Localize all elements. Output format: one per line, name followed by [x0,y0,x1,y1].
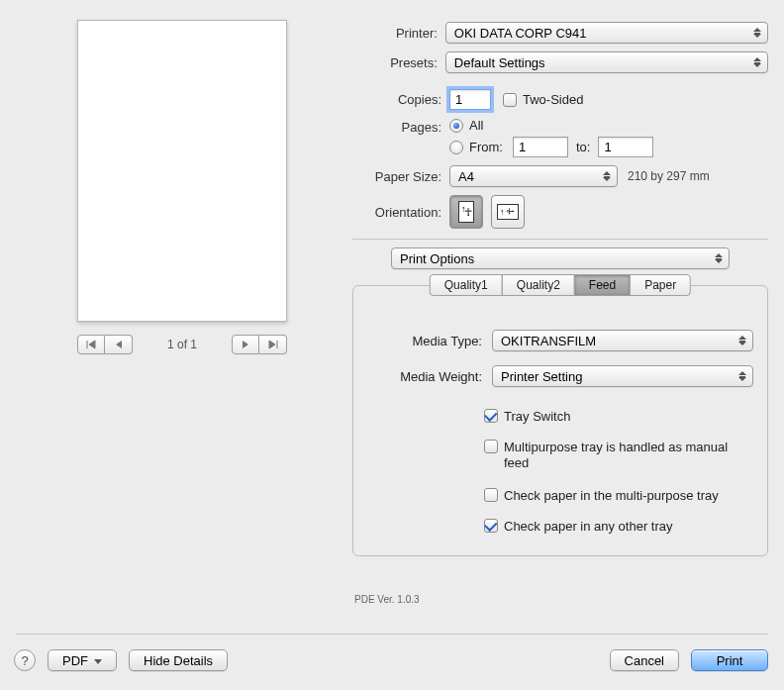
print-panel-section-select[interactable]: Print Options [391,247,730,269]
check-other-tray-checkbox[interactable] [484,519,498,533]
tab-feed[interactable]: Feed [574,274,631,296]
page-indicator: 1 of 1 [167,338,197,351]
last-page-button[interactable] [259,335,287,354]
cancel-button[interactable]: Cancel [610,649,679,671]
check-other-tray-label: Check paper in any other tray [504,519,673,534]
person-icon: ☥ [505,208,516,215]
pages-label: Pages: [352,118,441,135]
question-icon: ? [21,653,28,668]
divider [16,634,768,635]
media-weight-value: Printer Setting [501,369,582,384]
pages-all-label: All [469,118,483,133]
pdf-label: PDF [62,653,88,668]
prev-page-button[interactable] [105,335,133,354]
first-page-button[interactable] [77,335,105,354]
preview-next-last-group [232,335,287,354]
check-mp-tray-checkbox[interactable] [484,488,498,502]
person-icon: ☥ [464,206,472,219]
print-options-panel: Quality1 Quality2 Feed Paper Media Type:… [352,285,768,556]
preview-first-prev-group [77,335,133,354]
chevron-down-icon [94,659,102,664]
tab-quality2[interactable]: Quality2 [502,274,575,296]
dialog-footer: ? PDF Hide Details Cancel Print [14,649,768,671]
mp-manual-label: Multipurpose tray is handled as manual f… [504,440,751,472]
copies-input[interactable] [449,89,491,110]
pages-to-label: to: [576,140,590,154]
media-type-select[interactable]: OKITRANSFILM [492,330,753,351]
paper-size-selected-value: A4 [458,169,474,184]
pages-from-input[interactable] [513,137,568,157]
tray-switch-checkbox[interactable] [484,409,498,423]
printer-select[interactable]: OKI DATA CORP C941 [445,22,768,44]
media-weight-label: Media Weight: [367,369,482,384]
paper-size-select[interactable]: A4 [449,165,618,187]
tab-quality1[interactable]: Quality1 [430,274,503,296]
print-button[interactable]: Print [691,649,768,671]
pages-to-input[interactable] [598,137,653,157]
pde-version: PDE Ver. 1.0.3 [354,594,420,605]
printer-selected-value: OKI DATA CORP C941 [454,26,587,41]
pages-from-label: From: [469,140,513,154]
mp-manual-checkbox[interactable] [484,440,498,453]
media-type-label: Media Type: [367,334,482,348]
paper-size-dimensions: 210 by 297 mm [628,169,710,183]
check-mp-tray-label: Check paper in the multi-purpose tray [504,488,719,503]
paper-size-label: Paper Size: [352,169,441,184]
preview-nav: 1 of 1 [77,335,287,354]
printer-label: Printer: [352,26,438,41]
pdf-menu-button[interactable]: PDF [48,649,117,671]
section-selected-value: Print Options [400,251,474,266]
pages-all-radio[interactable] [449,119,463,133]
pages-from-radio[interactable] [449,141,463,154]
presets-selected-value: Default Settings [454,55,545,70]
tab-paper[interactable]: Paper [630,274,691,296]
media-type-value: OKITRANSFILM [501,334,596,348]
print-preview-page [77,20,287,322]
hide-details-button[interactable]: Hide Details [129,649,228,671]
orientation-landscape-button[interactable]: ↑ ☥ [491,195,525,229]
divider [352,239,768,240]
presets-select[interactable]: Default Settings [445,51,768,73]
presets-label: Presets: [352,55,438,70]
options-tabs: Quality1 Quality2 Feed Paper [430,274,691,296]
next-page-button[interactable] [232,335,259,354]
copies-label: Copies: [352,92,441,107]
two-sided-label: Two-Sided [523,92,583,107]
tray-switch-label: Tray Switch [504,409,570,424]
orientation-label: Orientation: [352,205,441,220]
media-weight-select[interactable]: Printer Setting [492,365,753,387]
orientation-portrait-button[interactable]: ↑ ☥ [449,195,483,229]
two-sided-checkbox[interactable] [503,93,517,107]
help-button[interactable]: ? [14,649,36,671]
